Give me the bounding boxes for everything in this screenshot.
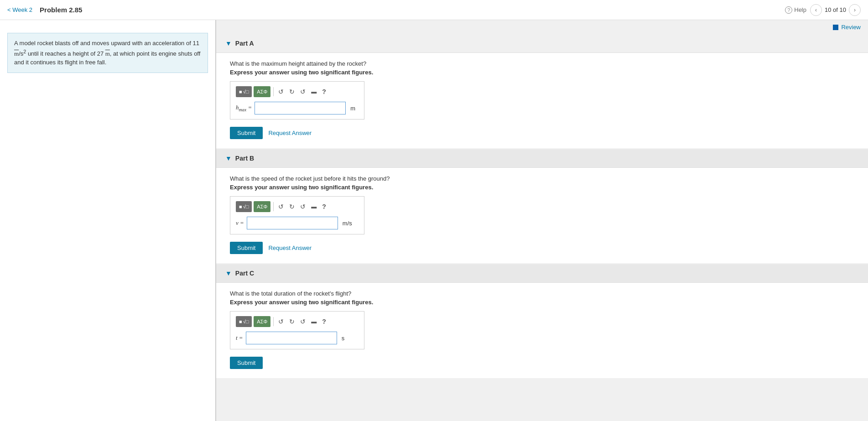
nav-controls: ‹ 10 of 10 › bbox=[810, 4, 861, 16]
part-a-greek-label: ΑΣΦ bbox=[257, 89, 267, 94]
part-b-request-answer-link[interactable]: Request Answer bbox=[268, 244, 312, 251]
next-button[interactable]: › bbox=[849, 4, 861, 16]
part-c-collapse-icon: ▼ bbox=[225, 270, 232, 277]
part-b-header[interactable]: ▼ Part B bbox=[216, 149, 868, 168]
part-c-header[interactable]: ▼ Part C bbox=[216, 264, 868, 283]
part-b-submit-btn[interactable]: Submit bbox=[230, 242, 263, 254]
part-a-question: What is the maximum height attained by t… bbox=[230, 60, 854, 67]
part-b-collapse-icon: ▼ bbox=[225, 155, 232, 162]
part-c-sqrt-icon: √□ bbox=[243, 319, 249, 324]
part-b-sig-fig: Express your answer using two significan… bbox=[230, 184, 854, 191]
part-a-unit: m bbox=[350, 105, 355, 112]
part-c-undo-icon bbox=[278, 318, 284, 325]
part-c-matrix-icon: ■ bbox=[239, 319, 242, 324]
part-a-label: Part A bbox=[235, 40, 254, 47]
review-bar: Review bbox=[216, 20, 868, 34]
review-icon bbox=[833, 25, 838, 30]
part-a-reset-icon: ↺ bbox=[300, 88, 306, 95]
part-a-matrix-btn[interactable]: ■ √□ bbox=[236, 86, 252, 97]
part-c-unit: s bbox=[342, 335, 345, 342]
part-b-keyboard-btn[interactable]: ▬ bbox=[309, 201, 318, 212]
problem-description: A model rocket blasts off and moves upwa… bbox=[7, 33, 208, 73]
part-c-reset-icon: ↺ bbox=[300, 318, 306, 325]
part-c-section: ▼ Part C What is the total duration of t… bbox=[216, 264, 868, 378]
part-a-undo-icon bbox=[278, 88, 284, 95]
part-b-help-icon: ? bbox=[322, 203, 326, 210]
part-c-toolbar: ■ √□ ΑΣΦ ↺ bbox=[236, 316, 359, 327]
part-a-answer-box: ■ √□ ΑΣΦ ↺ bbox=[230, 81, 364, 120]
part-c-redo-btn[interactable] bbox=[287, 316, 296, 327]
part-a-redo-icon bbox=[289, 88, 295, 95]
part-c-help-btn[interactable]: ? bbox=[320, 316, 328, 327]
part-b-matrix-btn[interactable]: ■ √□ bbox=[236, 201, 252, 212]
part-b-unit: m/s bbox=[343, 220, 352, 227]
part-b-undo-btn[interactable] bbox=[276, 201, 286, 212]
page-count: 10 of 10 bbox=[825, 6, 846, 13]
part-a-equation-row: hmax = m bbox=[236, 102, 359, 114]
part-a-input[interactable] bbox=[255, 102, 346, 114]
part-a-keyboard-btn[interactable]: ▬ bbox=[309, 86, 318, 97]
part-c-sig-fig: Express your answer using two significan… bbox=[230, 299, 854, 306]
part-a-eq-sub: max bbox=[239, 107, 247, 112]
part-c-reset-btn[interactable]: ↺ bbox=[298, 316, 307, 327]
top-bar: < Week 2 Problem 2.85 ? Help ‹ 10 of 10 … bbox=[0, 0, 868, 20]
top-bar-right: ? Help ‹ 10 of 10 › bbox=[785, 4, 861, 16]
part-a-submit-btn[interactable]: Submit bbox=[230, 127, 263, 139]
part-c-matrix-btn[interactable]: ■ √□ bbox=[236, 316, 252, 327]
part-b-input[interactable] bbox=[247, 217, 338, 229]
part-a-undo-btn[interactable] bbox=[276, 86, 286, 97]
part-c-undo-btn[interactable] bbox=[276, 316, 286, 327]
part-b-greek-label: ΑΣΦ bbox=[257, 204, 267, 209]
part-a-help-btn[interactable]: ? bbox=[320, 86, 328, 97]
part-b-action-row: Submit Request Answer bbox=[230, 242, 854, 254]
part-a-greek-btn[interactable]: ΑΣΦ bbox=[254, 86, 270, 97]
part-c-keyboard-btn[interactable]: ▬ bbox=[309, 316, 318, 327]
part-b-eq-label: v = bbox=[236, 219, 244, 227]
part-a-sqrt-icon: √□ bbox=[243, 89, 249, 94]
part-c-keyboard-icon: ▬ bbox=[311, 318, 317, 325]
part-b-reset-icon: ↺ bbox=[300, 203, 306, 210]
part-c-answer-box: ■ √□ ΑΣΦ ↺ bbox=[230, 311, 364, 349]
part-b-section: ▼ Part B What is the speed of the rocket… bbox=[216, 149, 868, 263]
left-panel: A model rocket blasts off and moves upwa… bbox=[0, 20, 216, 421]
part-a-eq-label: hmax = bbox=[236, 104, 252, 112]
part-b-matrix-icon: ■ bbox=[239, 204, 242, 209]
part-c-greek-btn[interactable]: ΑΣΦ bbox=[254, 316, 270, 327]
part-a-matrix-icon: ■ bbox=[239, 89, 242, 94]
part-b-label: Part B bbox=[235, 155, 254, 162]
part-a-keyboard-icon: ▬ bbox=[311, 88, 317, 95]
help-circle-icon: ? bbox=[785, 6, 792, 14]
part-a-redo-btn[interactable] bbox=[287, 86, 296, 97]
top-bar-left: < Week 2 Problem 2.85 bbox=[7, 6, 82, 14]
part-b-help-btn[interactable]: ? bbox=[320, 201, 328, 212]
part-c-input[interactable] bbox=[246, 332, 337, 344]
part-b-reset-btn[interactable]: ↺ bbox=[298, 201, 307, 212]
part-c-submit-btn[interactable]: Submit bbox=[230, 357, 263, 369]
week-link[interactable]: < Week 2 bbox=[7, 6, 32, 13]
part-c-question: What is the total duration of the rocket… bbox=[230, 290, 854, 297]
part-a-sep1 bbox=[273, 87, 274, 96]
part-c-content: What is the total duration of the rocket… bbox=[216, 283, 868, 378]
part-c-eq-label: t = bbox=[236, 334, 243, 342]
prev-button[interactable]: ‹ bbox=[810, 4, 822, 16]
part-c-redo-icon bbox=[289, 318, 295, 325]
part-b-greek-btn[interactable]: ΑΣΦ bbox=[254, 201, 270, 212]
part-b-redo-btn[interactable] bbox=[287, 201, 296, 212]
part-c-equation-row: t = s bbox=[236, 332, 359, 344]
part-b-redo-icon bbox=[289, 203, 295, 210]
part-b-undo-icon bbox=[278, 203, 284, 210]
part-c-action-row: Submit bbox=[230, 357, 854, 369]
part-b-question: What is the speed of the rocket just bef… bbox=[230, 175, 854, 182]
part-c-label: Part C bbox=[235, 270, 254, 277]
part-a-header[interactable]: ▼ Part A bbox=[216, 34, 868, 53]
part-a-reset-btn[interactable]: ↺ bbox=[298, 86, 307, 97]
part-a-action-row: Submit Request Answer bbox=[230, 127, 854, 139]
part-b-toolbar: ■ √□ ΑΣΦ ↺ bbox=[236, 201, 359, 212]
review-link[interactable]: Review bbox=[833, 24, 861, 31]
part-a-request-answer-link[interactable]: Request Answer bbox=[268, 130, 312, 136]
part-c-help-icon: ? bbox=[322, 318, 326, 325]
help-button[interactable]: ? Help bbox=[785, 6, 806, 14]
help-label: Help bbox=[794, 6, 806, 13]
problem-title: Problem 2.85 bbox=[40, 6, 82, 14]
part-a-help-icon: ? bbox=[322, 88, 326, 95]
